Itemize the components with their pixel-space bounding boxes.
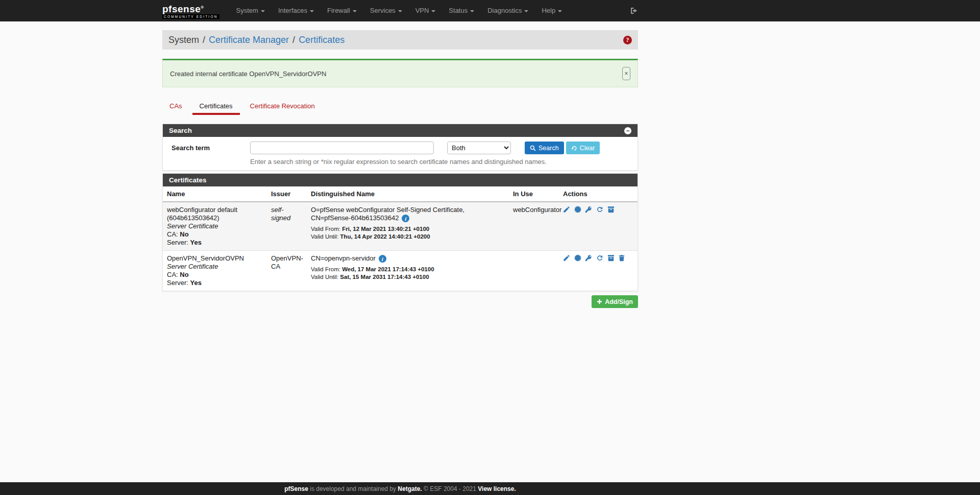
logout-button[interactable]: [630, 7, 638, 15]
nav-item-vpn[interactable]: VPN: [409, 0, 443, 21]
refresh-icon: [596, 254, 603, 262]
cert-dn: CN=openvpn-servidor: [311, 254, 376, 262]
cert-issuer-cell: self-signed: [267, 202, 307, 251]
delete-certificate-button[interactable]: [618, 254, 625, 263]
column-header-actions: Actions: [559, 186, 638, 202]
certificates-panel-title: Certificates: [169, 176, 207, 184]
refresh-icon: [596, 206, 603, 213]
breadcrumb: System / Certificate Manager / Certifica…: [168, 35, 345, 45]
close-icon[interactable]: ×: [622, 67, 630, 80]
brand-edition: COMMUNITY EDITION: [162, 14, 219, 19]
breadcrumb-link-certificate-manager[interactable]: Certificate Manager: [209, 35, 289, 45]
renew-certificate-button[interactable]: [596, 206, 603, 215]
certificate-manager-tabs: CAs Certificates Certificate Revocation: [162, 99, 638, 115]
search-button[interactable]: Search: [525, 142, 564, 154]
search-panel-heading: Search −: [163, 124, 638, 137]
search-scope-select[interactable]: Both: [447, 142, 511, 154]
search-term-input[interactable]: [250, 142, 434, 154]
cert-name-cell: OpenVPN_ServidorOVPN Server Certificate …: [163, 251, 267, 291]
breadcrumb-link-certificates[interactable]: Certificates: [299, 35, 345, 45]
netgate-link[interactable]: Netgate.: [398, 485, 422, 492]
cert-actions-cell: [559, 202, 638, 251]
cert-in-use-cell: [509, 251, 559, 291]
cert-valid-until: Valid Until: Sat, 15 Mar 2031 17:14:43 +…: [311, 273, 505, 281]
plus-icon: [597, 299, 602, 304]
tab-certificates[interactable]: Certificates: [192, 99, 240, 115]
breadcrumb-bar: System / Certificate Manager / Certifica…: [162, 30, 638, 50]
cert-actions-cell: [559, 251, 638, 291]
info-icon[interactable]: i: [379, 255, 386, 263]
column-header-name: Name: [163, 186, 267, 202]
export-certificate-button[interactable]: [574, 206, 581, 215]
pencil-icon: [563, 254, 570, 262]
tab-cas[interactable]: CAs: [162, 99, 189, 115]
edit-certificate-button[interactable]: [563, 254, 570, 263]
export-key-button[interactable]: [585, 206, 592, 215]
main-menu: System Interfaces Firewall Services VPN …: [230, 0, 569, 21]
certificates-panel-heading: Certificates: [163, 174, 638, 186]
key-icon: [585, 254, 592, 262]
footer-text: is developed and maintained by: [308, 485, 398, 492]
export-certificate-button[interactable]: [574, 254, 581, 263]
cert-dn-cell: CN=openvpn-servidori Valid From: Wed, 17…: [307, 251, 509, 291]
footer-brand: pfSense: [284, 485, 308, 492]
trash-icon: [618, 254, 625, 262]
nav-item-help[interactable]: Help: [535, 0, 569, 21]
view-license-link[interactable]: View license.: [478, 485, 516, 492]
add-sign-button[interactable]: Add/Sign: [592, 295, 638, 308]
renew-certificate-button[interactable]: [596, 254, 603, 263]
clear-button[interactable]: Clear: [566, 142, 600, 154]
search-panel-body: Search term Both Search Clear Enter a se…: [163, 137, 638, 170]
breadcrumb-separator: /: [203, 35, 205, 45]
chevron-down-icon: [310, 10, 314, 12]
certificates-table: Name Issuer Distinguished Name In Use Ac…: [163, 186, 638, 291]
nav-item-firewall[interactable]: Firewall: [321, 0, 363, 21]
help-icon[interactable]: ?: [623, 36, 632, 44]
export-p12-button[interactable]: [607, 254, 615, 263]
cert-valid-from: Valid From: Wed, 17 Mar 2021 17:14:43 +0…: [311, 266, 505, 273]
cert-type: Server Certificate: [167, 263, 263, 271]
cert-name: OpenVPN_ServidorOVPN: [167, 254, 263, 263]
key-icon: [585, 206, 592, 213]
cert-valid-from: Valid From: Fri, 12 Mar 2021 13:40:21 +0…: [311, 225, 505, 233]
nav-item-services[interactable]: Services: [363, 0, 409, 21]
export-p12-button[interactable]: [607, 206, 615, 215]
pencil-icon: [563, 206, 570, 213]
chevron-down-icon: [470, 10, 474, 12]
table-row: webConfigurator default (604b613503642) …: [163, 202, 638, 251]
nav-item-interfaces[interactable]: Interfaces: [272, 0, 321, 21]
cert-dn: O=pfSense webConfigurator Self-Signed Ce…: [311, 206, 464, 222]
archive-icon: [607, 254, 615, 262]
column-header-in-use: In Use: [509, 186, 559, 202]
nav-item-status[interactable]: Status: [442, 0, 481, 21]
certificate-seal-icon: [574, 254, 581, 262]
export-key-button[interactable]: [585, 254, 592, 263]
cert-type: Server Certificate: [167, 222, 263, 230]
cert-issuer-cell: OpenVPN-CA: [267, 251, 307, 291]
chevron-down-icon: [524, 10, 528, 12]
edit-certificate-button[interactable]: [563, 206, 570, 215]
tab-certificate-revocation[interactable]: Certificate Revocation: [243, 99, 322, 115]
table-row: OpenVPN_ServidorOVPN Server Certificate …: [163, 251, 638, 291]
certificate-seal-icon: [574, 206, 581, 213]
info-icon[interactable]: i: [402, 215, 409, 222]
breadcrumb-section: System: [168, 35, 199, 45]
nav-item-diagnostics[interactable]: Diagnostics: [481, 0, 535, 21]
chevron-down-icon: [261, 10, 265, 12]
search-hint: Enter a search string or *nix regular ex…: [250, 158, 638, 166]
registered-mark: ®: [201, 5, 204, 10]
cert-ca-flag: CA: No: [167, 230, 263, 239]
chevron-down-icon: [431, 10, 435, 12]
cert-server-flag: Server: Yes: [167, 239, 263, 247]
search-panel-title: Search: [169, 127, 192, 134]
nav-item-system[interactable]: System: [230, 0, 272, 21]
cert-in-use-cell: webConfigurator: [509, 202, 559, 251]
certificates-panel: Certificates Name Issuer Distinguished N…: [162, 173, 638, 291]
cert-dn-cell: O=pfSense webConfigurator Self-Signed Ce…: [307, 202, 509, 251]
brand-name: pfsense®: [162, 3, 219, 14]
chevron-down-icon: [353, 10, 357, 12]
search-panel: Search − Search term Both Search Clear E…: [162, 124, 638, 171]
pfsense-logo[interactable]: pfsense® COMMUNITY EDITION: [162, 3, 219, 19]
collapse-panel-icon[interactable]: −: [624, 127, 631, 134]
search-term-label: Search term: [163, 144, 250, 152]
